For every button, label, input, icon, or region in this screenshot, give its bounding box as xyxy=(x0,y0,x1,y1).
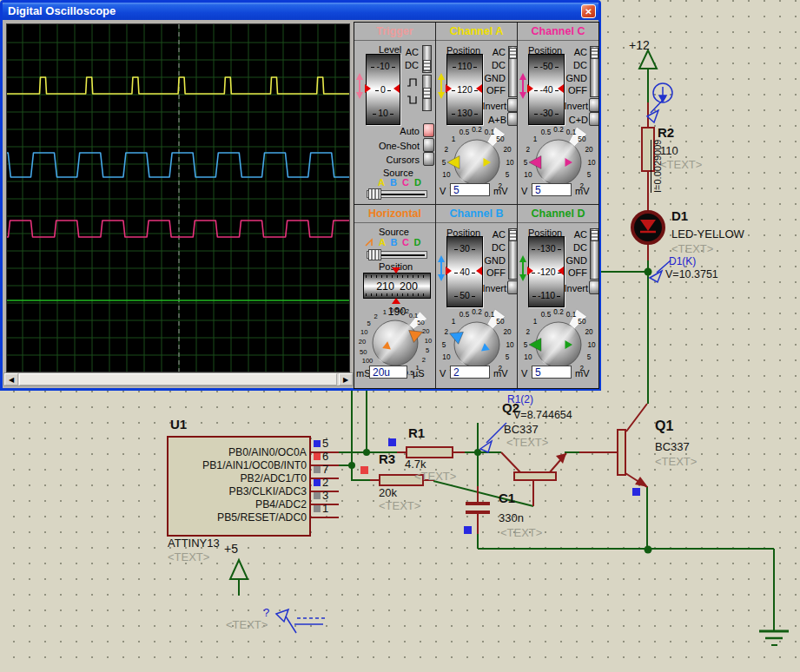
h-position-gauge[interactable]: 210200190 xyxy=(363,273,431,299)
scroll-right-icon[interactable]: ▶ xyxy=(339,373,353,385)
slider-knob[interactable] xyxy=(423,60,431,71)
coupling-slider[interactable] xyxy=(508,46,518,97)
scroll-thumb[interactable] xyxy=(19,373,337,385)
coupling-label: DC xyxy=(556,59,587,72)
trigger-level-arrow[interactable] xyxy=(354,73,365,99)
timebase-value-input[interactable]: 20u xyxy=(369,366,407,379)
trigger-coupling-slider[interactable] xyxy=(422,45,432,73)
coupling-slider[interactable] xyxy=(590,228,598,280)
led-d1[interactable] xyxy=(632,212,664,243)
coupling-slider[interactable] xyxy=(590,46,598,97)
close-icon[interactable]: ✕ xyxy=(581,4,596,18)
capacitor-c1[interactable] xyxy=(466,504,490,512)
oscilloscope-window: Digital Oscilloscope ✕ ◀ ▶ TriggerLevel-… xyxy=(0,0,601,391)
channel-position-arrow[interactable] xyxy=(518,73,528,99)
power-12v-label: +12 xyxy=(629,38,650,52)
gauge-marker-left xyxy=(527,84,533,93)
knob-scale-label: 20 xyxy=(504,328,512,336)
r1-value[interactable]: 4.7k xyxy=(405,458,426,471)
orphan-text-placeholder: <TEXT> xyxy=(226,618,268,631)
gain-value-input[interactable]: 5 xyxy=(532,183,572,196)
gauge-value: -40 xyxy=(539,84,552,95)
d1-value[interactable]: LED-YELLOW xyxy=(671,227,744,240)
power-12v-icon[interactable] xyxy=(639,50,657,69)
channel-position-arrow[interactable] xyxy=(518,255,528,281)
trigger-edge-slider[interactable] xyxy=(422,75,432,111)
r2-value[interactable]: 110 xyxy=(660,144,678,157)
knob-scale-label: 10 xyxy=(587,341,596,349)
u1-ref[interactable]: U1 xyxy=(170,417,187,432)
scroll-left-icon[interactable]: ◀ xyxy=(4,373,18,385)
invert-button[interactable] xyxy=(589,280,598,294)
pin-number: 7 xyxy=(322,463,328,476)
trace-channel-b xyxy=(7,153,349,177)
q2-text-placeholder: <TEXT> xyxy=(506,436,548,449)
gain-value-input[interactable]: 2 xyxy=(450,366,490,379)
window-titlebar[interactable]: Digital Oscilloscope xyxy=(3,3,598,20)
d1-ref[interactable]: D1 xyxy=(671,208,688,223)
invert-button[interactable] xyxy=(507,280,518,294)
r1-ref[interactable]: R1 xyxy=(408,425,425,440)
invert-label: Invert xyxy=(551,283,588,293)
slider-knob[interactable] xyxy=(509,230,517,241)
r3-ref[interactable]: R3 xyxy=(379,451,395,466)
knob-scale-label: 1 xyxy=(533,135,538,143)
trace-channel-c xyxy=(7,221,349,237)
trigger-source-slider[interactable] xyxy=(367,190,427,198)
r3-value[interactable]: 20k xyxy=(379,486,397,499)
slider-knob[interactable] xyxy=(423,88,431,99)
transistor-q2[interactable] xyxy=(514,453,566,480)
r3-text-placeholder: <TEXT> xyxy=(379,499,420,512)
ground-icon[interactable] xyxy=(759,631,789,645)
slider-knob[interactable] xyxy=(591,230,598,241)
h-source-slider[interactable] xyxy=(367,251,427,259)
gauge-marker-left xyxy=(446,84,452,93)
pin-name: PB1/AIN1/OC0B/INT0 xyxy=(173,459,307,472)
knob-scale-label: 2 xyxy=(422,356,426,364)
channel-position-arrow[interactable] xyxy=(436,255,446,281)
auto-button[interactable] xyxy=(423,123,434,137)
slider-knob[interactable] xyxy=(368,249,381,260)
coupling-slider[interactable] xyxy=(508,228,518,280)
slider-knob[interactable] xyxy=(509,48,517,59)
slider-knob[interactable] xyxy=(368,188,381,200)
q1-ref[interactable]: Q1 xyxy=(655,418,673,434)
knob-scale-label: 5 xyxy=(524,159,528,167)
source-label: Source xyxy=(379,227,409,237)
invert-button[interactable] xyxy=(507,98,518,112)
c1-ref[interactable]: C1 xyxy=(499,491,515,505)
one-shot-label: One-Shot xyxy=(356,141,420,151)
knob-scale-label: 2 xyxy=(445,328,449,336)
coupling-label: AC xyxy=(398,46,419,59)
coupling-label: GND xyxy=(556,72,587,85)
knob-scale-label: 0.5 xyxy=(541,128,552,136)
r2-ref[interactable]: R2 xyxy=(658,125,674,140)
knob-scale-label: 5 xyxy=(506,353,510,361)
knob-scale-label: 20 xyxy=(504,146,512,154)
voltage-probe-r1-icon[interactable] xyxy=(480,423,506,452)
cursors-button[interactable] xyxy=(423,152,434,166)
c1-value[interactable]: 330n xyxy=(499,511,524,524)
d1-probe-label: D1(K) xyxy=(669,255,696,267)
waveform-display xyxy=(7,24,349,372)
current-probe-icon[interactable] xyxy=(647,83,672,122)
power-5v-icon[interactable] xyxy=(230,560,248,596)
q1-text-placeholder: <TEXT> xyxy=(655,455,697,468)
gain-value-input[interactable]: 5 xyxy=(532,366,572,379)
coupling-label: AC xyxy=(474,46,506,59)
invert-button[interactable] xyxy=(589,98,598,112)
gain-value-input[interactable]: 5 xyxy=(450,183,490,196)
floating-probe-icon[interactable] xyxy=(276,609,325,633)
scope-control-panels: TriggerLevel-10010ACDCAutoOne-ShotCursor… xyxy=(354,22,599,389)
knob-scale-label: 50 xyxy=(496,135,505,143)
invert-label: Invert xyxy=(469,101,506,111)
scope-scrollbar[interactable]: ◀ ▶ xyxy=(3,372,354,386)
power-5v-label: +5 xyxy=(224,542,238,556)
knob-scale-label: 5 xyxy=(506,171,510,179)
channel-position-arrow[interactable] xyxy=(436,73,446,99)
coupling-label: DC xyxy=(556,241,587,254)
resistor-r1[interactable] xyxy=(407,447,453,458)
one-shot-button[interactable] xyxy=(423,138,434,152)
slider-knob[interactable] xyxy=(591,48,598,59)
pin-number: 5 xyxy=(322,437,328,450)
